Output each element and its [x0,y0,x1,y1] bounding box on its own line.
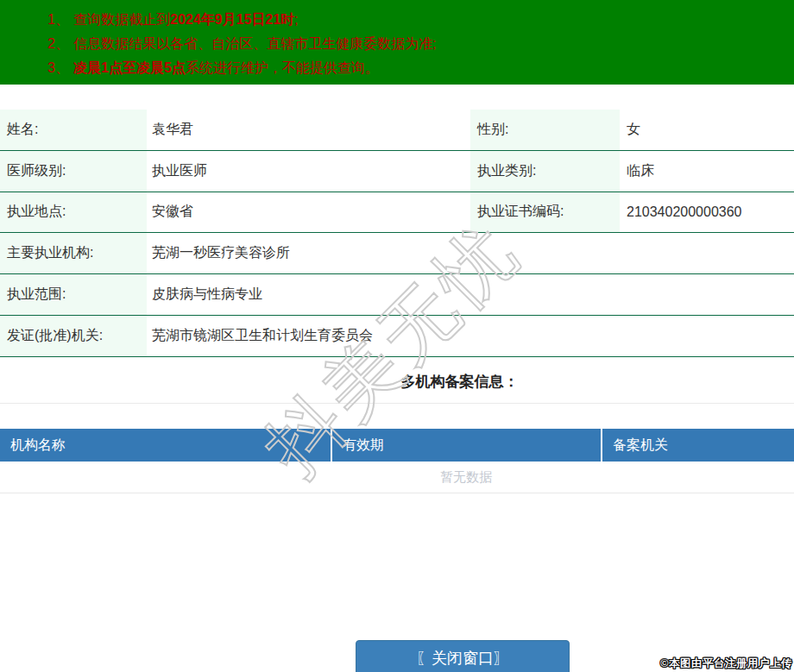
field-label-main-institution: 主要执业机构: [0,233,147,273]
notice-item-1: 1、 查询数据截止到2024年9月15日21时; [0,8,794,32]
field-value-license-number: 210340200000360 [620,192,794,233]
field-value-name: 袁华君 [147,110,470,150]
close-window-button[interactable]: 〖关闭窗口〗 [356,640,570,672]
field-value-practice-scope: 皮肤病与性病专业 [147,274,794,315]
notice-item-3: 3、 凌晨1点至凌晨5点系统进行维护，不能提供查询。 [0,56,794,80]
field-label-license-number: 执业证书编码: [470,192,620,233]
doctor-info-table: 姓名: 袁华君 性别: 女 医师级别: 执业医师 执业类别: 临床 执业地点: … [0,110,794,357]
records-table-header: 机构名称 有效期 备案机关 [0,429,794,462]
table-row: 主要执业机构: 芜湖一秒医疗美容诊所 [0,233,794,274]
notice-text: 查询数据截止到2024年9月15日21时; [73,8,299,32]
notice-text: 凌晨1点至凌晨5点系统进行维护，不能提供查询。 [73,56,379,80]
column-header-institution-name: 机构名称 [0,429,331,462]
field-value-issuing-authority: 芜湖市镜湖区卫生和计划生育委员会 [147,316,794,356]
notice-banner: 1、 查询数据截止到2024年9月15日21时; 2、 信息数据结果以各省、自治… [0,0,794,85]
field-label-practice-scope: 执业范围: [0,274,147,315]
notice-item-2: 2、 信息数据结果以各省、自治区、直辖市卫生健康委数据为准; [0,32,794,56]
table-row: 医师级别: 执业医师 执业类别: 临床 [0,151,794,192]
field-value-gender: 女 [620,110,794,150]
table-row: 姓名: 袁华君 性别: 女 [0,110,794,151]
field-label-doctor-level: 医师级别: [0,151,147,192]
table-row: 执业地点: 安徽省 执业证书编码: 210340200000360 [0,192,794,234]
notice-text: 信息数据结果以各省、自治区、直辖市卫生健康委数据为准; [73,32,436,56]
field-label-practice-category: 执业类别: [470,151,620,192]
records-section-heading: 多机构备案信息： [0,360,794,404]
notice-number: 2、 [47,32,73,56]
field-label-issuing-authority: 发证(批准)机关: [0,316,147,356]
notice-number: 1、 [47,8,73,32]
column-header-validity-period: 有效期 [331,429,601,462]
table-row: 执业范围: 皮肤病与性病专业 [0,274,794,316]
field-value-main-institution: 芜湖一秒医疗美容诊所 [147,233,794,273]
field-label-gender: 性别: [470,110,620,150]
upload-stamp-text: ©本图由平台注册用户上传 [660,656,792,671]
field-value-doctor-level: 执业医师 [147,151,470,192]
field-label-practice-location: 执业地点: [0,192,147,233]
empty-data-row: 暂无数据 [0,462,794,493]
field-value-practice-category: 临床 [620,151,794,192]
column-header-record-authority: 备案机关 [601,429,794,462]
field-label-name: 姓名: [0,110,147,150]
notice-number: 3、 [47,56,73,80]
field-value-practice-location: 安徽省 [147,192,470,233]
table-row: 发证(批准)机关: 芜湖市镜湖区卫生和计划生育委员会 [0,316,794,357]
empty-data-text: 暂无数据 [440,469,492,486]
